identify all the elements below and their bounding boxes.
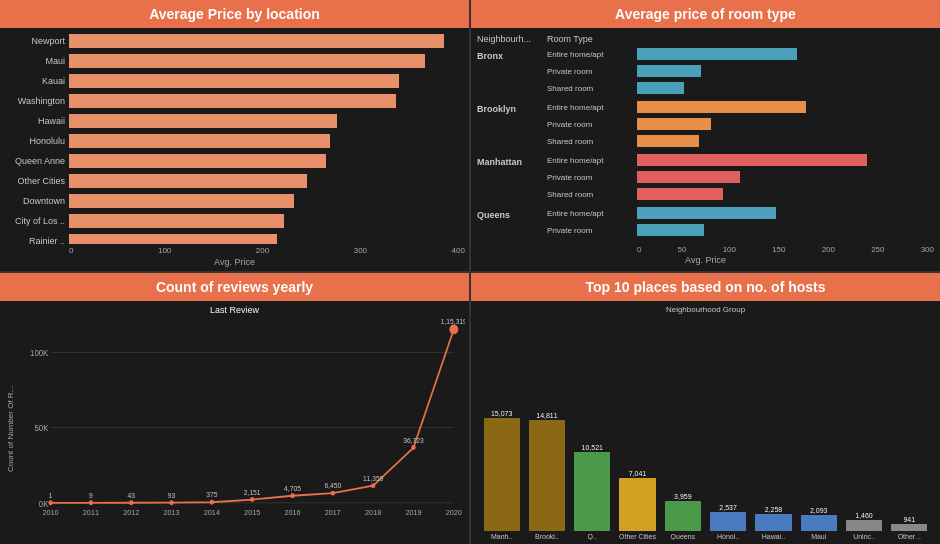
bar-fill <box>69 114 337 128</box>
svg-text:11,359: 11,359 <box>363 474 384 482</box>
rt-bar-fill <box>637 135 699 147</box>
rt-row: Brooklyn Entire home/apt 182.3 <box>477 99 934 115</box>
panel-content-avg-price-room: Neighbourh... Room Type Bronx Entire hom… <box>471 28 940 271</box>
bar-chart-location: Newport 379 Maui 359.4 Kauai 333.4 Washi… <box>4 32 465 267</box>
bar-rows-location[interactable]: Newport 379 Maui 359.4 Kauai 333.4 Washi… <box>4 32 465 244</box>
panel-avg-price-room: Average price of room type Neighbourh...… <box>471 0 940 271</box>
panel-title-avg-price-room: Average price of room type <box>471 0 940 28</box>
rt-group: Manhattan Entire home/apt 248.4 Private … <box>477 152 934 202</box>
v-bar-value: 2,093 <box>810 507 828 514</box>
rt-bar-container: 172.1 <box>637 48 934 60</box>
svg-text:9: 9 <box>89 492 93 500</box>
bar-fill <box>69 94 396 108</box>
bar-row: Newport 379 <box>4 32 465 50</box>
rt-type-cell: Shared room <box>547 137 637 146</box>
rt-neigh-cell: Bronx <box>477 46 547 63</box>
rt-type-header: Room Type <box>547 34 637 44</box>
reviews-chart: Last Review Count of Number Of R... 0K50… <box>4 305 465 540</box>
svg-text:375: 375 <box>206 491 217 499</box>
bar-track: 240.1 <box>69 174 465 188</box>
bar-track: 270.9 <box>69 114 465 128</box>
rt-axis-tick: 250 <box>871 245 884 254</box>
bar-label: Other Cities <box>4 176 69 186</box>
rt-type-cell: Entire home/apt <box>547 209 637 218</box>
v-bar-label: Q.. <box>570 533 615 540</box>
svg-text:43: 43 <box>128 492 136 500</box>
svg-text:50K: 50K <box>34 424 48 433</box>
rt-group: Brooklyn Entire home/apt 182.3 Private r… <box>477 99 934 149</box>
v-bar-label: Other .. <box>887 533 932 540</box>
bar-label: Queen Anne <box>4 156 69 166</box>
bar-fill <box>69 34 444 48</box>
bar-track: 379 <box>69 34 465 48</box>
panel-content-avg-price-location: Newport 379 Maui 359.4 Kauai 333.4 Washi… <box>0 28 469 271</box>
v-bar-fill <box>619 478 655 531</box>
v-bar-label: Uninc.. <box>841 533 886 540</box>
bar-row: Hawaii 270.9 <box>4 112 465 130</box>
bar-track: 217.1 <box>69 214 465 228</box>
reviews-subtitle: Last Review <box>4 305 465 317</box>
bar-row: Queen Anne 259.7 <box>4 152 465 170</box>
v-bar-fill <box>891 524 927 531</box>
svg-text:2019: 2019 <box>405 508 421 517</box>
rt-bar-container: 66.4 <box>637 135 934 147</box>
svg-point-21 <box>129 500 133 505</box>
svg-point-27 <box>250 497 254 502</box>
rt-bar-container: 72.5 <box>637 224 934 236</box>
rt-axis-tick: 0 <box>637 245 641 254</box>
neigh-legend: Neighbourhood Group <box>475 305 936 316</box>
panel-title-top10: Top 10 places based on no. of hosts <box>471 273 940 301</box>
v-bar-value: 14,811 <box>536 412 557 419</box>
bar-row: Washington 329.9 <box>4 92 465 110</box>
v-bar-fill <box>529 420 565 531</box>
rt-axis: 050100150200250300 <box>477 243 934 254</box>
svg-text:1: 1 <box>49 492 53 500</box>
rt-type-cell: Private room <box>547 173 637 182</box>
rt-bar-fill <box>637 48 797 60</box>
rt-bar-fill <box>637 118 711 130</box>
top10-inner: 15,073 Manh.. 14,811 Brookl.. 10,521 Q..… <box>475 316 936 540</box>
svg-point-33 <box>371 483 375 488</box>
panel-reviews-yearly: Count of reviews yearly Last Review Coun… <box>0 273 469 544</box>
room-type-chart: Neighbourh... Room Type Bronx Entire hom… <box>475 32 936 267</box>
reviews-inner: Count of Number Of R... 0K50K100K2010201… <box>4 317 465 540</box>
svg-point-19 <box>89 500 93 505</box>
rt-bar-fill <box>637 82 684 94</box>
bar-track: ~210 <box>69 234 465 244</box>
v-bar-fill <box>801 515 837 531</box>
v-bar-label: Honol.. <box>705 533 750 540</box>
panel-content-reviews: Last Review Count of Number Of R... 0K50… <box>0 301 469 544</box>
rt-row: Private room 72.5 <box>477 222 934 238</box>
rt-type-cell: Entire home/apt <box>547 156 637 165</box>
v-bar-label: Manh.. <box>479 533 524 540</box>
svg-text:2018: 2018 <box>365 508 381 517</box>
rt-row: Private room 68.4 <box>477 63 934 79</box>
v-bar-fill <box>710 512 746 531</box>
rt-bar-container: 92.4 <box>637 188 934 200</box>
rt-row: Bronx Entire home/apt 172.1 <box>477 46 934 62</box>
panel-top10: Top 10 places based on no. of hosts Neig… <box>471 273 940 544</box>
rt-bar-fill <box>637 65 701 77</box>
svg-text:2,151: 2,151 <box>244 488 261 496</box>
panel-avg-price-location: Average Price by location Newport 379 Ma… <box>0 0 469 271</box>
v-bar-col: 2,093 Maui <box>796 507 841 540</box>
rt-bar-fill <box>637 171 740 183</box>
svg-text:2014: 2014 <box>204 508 221 517</box>
rt-row: Shared room 66.4 <box>477 133 934 149</box>
rt-row: Shared room 92.4 <box>477 186 934 202</box>
rt-bar-container: 50.6 <box>637 82 934 94</box>
v-bar-value: 1,460 <box>855 512 873 519</box>
bar-label: Hawaii <box>4 116 69 126</box>
v-bar-fill <box>846 520 882 531</box>
v-bar-value: 15,073 <box>491 410 512 417</box>
rt-header: Neighbourh... Room Type <box>477 34 934 46</box>
rt-type-cell: Shared room <box>547 190 637 199</box>
rt-type-cell: Private room <box>547 226 637 235</box>
axis-tick: 100 <box>158 246 171 255</box>
rt-bar-container: 68.4 <box>637 65 934 77</box>
bar-row: Rainier .. ~210 <box>4 232 465 244</box>
v-bar-fill <box>484 418 520 531</box>
bar-track: 333.4 <box>69 74 465 88</box>
rt-group: Queens Entire home/apt 149.4 Private roo… <box>477 205 934 238</box>
panel-content-top10: Neighbourhood Group 15,073 Manh.. 14,811… <box>471 301 940 544</box>
